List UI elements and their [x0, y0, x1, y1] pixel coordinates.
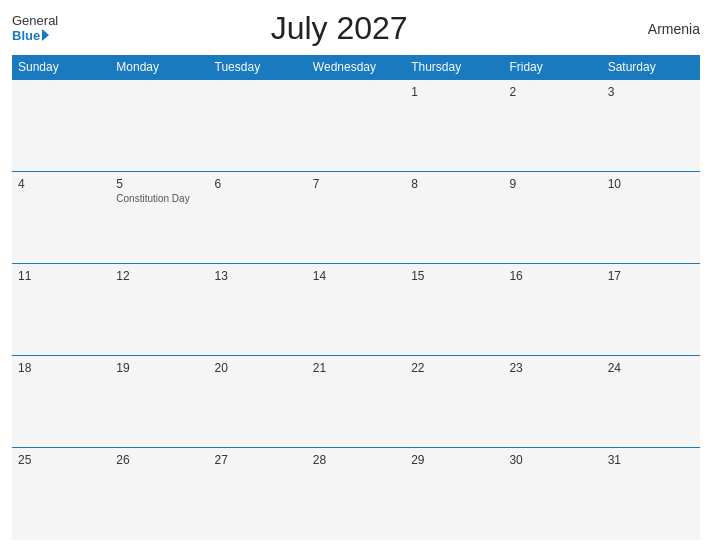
logo: General Blue: [12, 14, 58, 43]
calendar-cell: 5Constitution Day: [110, 172, 208, 264]
day-number: 29: [411, 453, 497, 467]
holiday-label: Constitution Day: [116, 193, 202, 204]
calendar-cell: 8: [405, 172, 503, 264]
logo-triangle-icon: [42, 29, 49, 41]
calendar-cell: 21: [307, 356, 405, 448]
calendar-cell: 30: [503, 448, 601, 540]
calendar-cell: 31: [602, 448, 700, 540]
day-number: 26: [116, 453, 202, 467]
header-thursday: Thursday: [405, 55, 503, 80]
day-number: 21: [313, 361, 399, 375]
calendar-cell: 28: [307, 448, 405, 540]
calendar-cell: 23: [503, 356, 601, 448]
calendar-cell: 11: [12, 264, 110, 356]
day-number: 6: [215, 177, 301, 191]
calendar-cell: 1: [405, 80, 503, 172]
calendar-cell: [209, 80, 307, 172]
calendar-cell: [307, 80, 405, 172]
calendar-cell: 26: [110, 448, 208, 540]
day-number: 9: [509, 177, 595, 191]
calendar-cell: 16: [503, 264, 601, 356]
day-number: 28: [313, 453, 399, 467]
calendar-week-5: 25262728293031: [12, 448, 700, 540]
day-number: 25: [18, 453, 104, 467]
calendar-week-1: 123: [12, 80, 700, 172]
calendar-cell: 7: [307, 172, 405, 264]
calendar-cell: 22: [405, 356, 503, 448]
day-number: 31: [608, 453, 694, 467]
calendar-cell: 29: [405, 448, 503, 540]
day-number: 2: [509, 85, 595, 99]
header-friday: Friday: [503, 55, 601, 80]
day-number: 13: [215, 269, 301, 283]
calendar-week-3: 11121314151617: [12, 264, 700, 356]
logo-general-text: General: [12, 14, 58, 28]
day-number: 5: [116, 177, 202, 191]
header-saturday: Saturday: [602, 55, 700, 80]
day-number: 17: [608, 269, 694, 283]
header-sunday: Sunday: [12, 55, 110, 80]
calendar-cell: 6: [209, 172, 307, 264]
calendar-container: General Blue July 2027 Armenia Sunday Mo…: [0, 0, 712, 550]
day-number: 3: [608, 85, 694, 99]
calendar-week-4: 18192021222324: [12, 356, 700, 448]
day-number: 23: [509, 361, 595, 375]
calendar-cell: 4: [12, 172, 110, 264]
day-number: 20: [215, 361, 301, 375]
day-number: 18: [18, 361, 104, 375]
logo-blue-text: Blue: [12, 29, 58, 43]
day-number: 16: [509, 269, 595, 283]
days-header-row: Sunday Monday Tuesday Wednesday Thursday…: [12, 55, 700, 80]
logo-blue-label: Blue: [12, 29, 40, 43]
calendar-week-2: 45Constitution Day678910: [12, 172, 700, 264]
calendar-cell: 17: [602, 264, 700, 356]
day-number: 8: [411, 177, 497, 191]
day-number: 24: [608, 361, 694, 375]
calendar-cell: 13: [209, 264, 307, 356]
day-number: 22: [411, 361, 497, 375]
calendar-cell: 18: [12, 356, 110, 448]
calendar-cell: 15: [405, 264, 503, 356]
calendar-cell: 19: [110, 356, 208, 448]
day-number: 27: [215, 453, 301, 467]
calendar-cell: 14: [307, 264, 405, 356]
calendar-cell: 20: [209, 356, 307, 448]
calendar-header: General Blue July 2027 Armenia: [12, 10, 700, 47]
header-monday: Monday: [110, 55, 208, 80]
day-number: 19: [116, 361, 202, 375]
header-wednesday: Wednesday: [307, 55, 405, 80]
day-number: 30: [509, 453, 595, 467]
day-number: 4: [18, 177, 104, 191]
country-label: Armenia: [620, 21, 700, 37]
day-number: 7: [313, 177, 399, 191]
calendar-cell: 9: [503, 172, 601, 264]
day-number: 10: [608, 177, 694, 191]
day-number: 14: [313, 269, 399, 283]
day-number: 15: [411, 269, 497, 283]
calendar-cell: 10: [602, 172, 700, 264]
month-title: July 2027: [58, 10, 620, 47]
day-number: 12: [116, 269, 202, 283]
calendar-cell: 3: [602, 80, 700, 172]
calendar-cell: 12: [110, 264, 208, 356]
calendar-cell: 2: [503, 80, 601, 172]
header-tuesday: Tuesday: [209, 55, 307, 80]
calendar-cell: 24: [602, 356, 700, 448]
day-number: 11: [18, 269, 104, 283]
calendar-table: Sunday Monday Tuesday Wednesday Thursday…: [12, 55, 700, 540]
calendar-cell: [110, 80, 208, 172]
calendar-cell: 27: [209, 448, 307, 540]
calendar-cell: 25: [12, 448, 110, 540]
calendar-cell: [12, 80, 110, 172]
day-number: 1: [411, 85, 497, 99]
